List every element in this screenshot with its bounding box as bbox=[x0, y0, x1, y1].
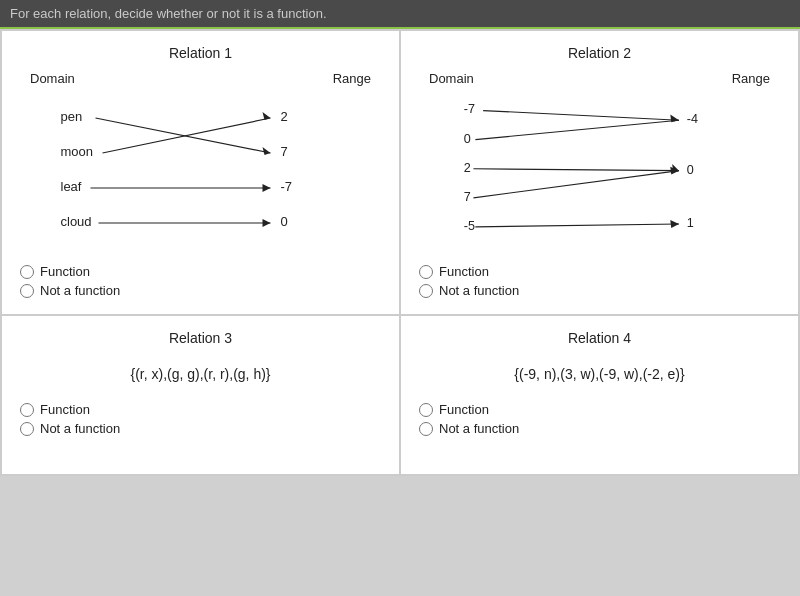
relation1-function-label: Function bbox=[40, 264, 90, 279]
relation2-notfunction-label: Not a function bbox=[439, 283, 519, 298]
svg-text:0: 0 bbox=[464, 132, 471, 146]
relation3-cell: Relation 3 {(r, x),(g, g),(r, r),(g, h)}… bbox=[1, 315, 400, 475]
relation4-notfunction-radio[interactable] bbox=[419, 422, 433, 436]
svg-line-31 bbox=[475, 224, 679, 227]
relation1-notfunction-radio[interactable] bbox=[20, 284, 34, 298]
svg-text:-5: -5 bbox=[464, 219, 475, 233]
relation2-notfunction-option[interactable]: Not a function bbox=[419, 283, 780, 298]
relation1-function-radio[interactable] bbox=[20, 265, 34, 279]
svg-text:moon: moon bbox=[61, 144, 94, 159]
svg-marker-15 bbox=[263, 219, 271, 227]
relation1-notfunction-option[interactable]: Not a function bbox=[20, 283, 381, 298]
relation4-cell: Relation 4 {(-9, n),(3, w),(-9, w),(-2, … bbox=[400, 315, 799, 475]
relation2-range-header: Range bbox=[732, 71, 770, 86]
svg-line-29 bbox=[473, 171, 679, 198]
relation2-domain-header: Domain bbox=[429, 71, 474, 86]
relation4-notfunction-option[interactable]: Not a function bbox=[419, 421, 780, 436]
main-content: Relation 1 Domain Range pen moon leaf cl… bbox=[0, 29, 800, 476]
relation4-function-radio[interactable] bbox=[419, 403, 433, 417]
relation1-function-option[interactable]: Function bbox=[20, 264, 381, 279]
relation4-notfunction-label: Not a function bbox=[439, 421, 519, 436]
relation1-radio-group: Function Not a function bbox=[20, 264, 381, 298]
svg-marker-13 bbox=[263, 184, 271, 192]
svg-text:-7: -7 bbox=[281, 179, 293, 194]
relation3-function-radio[interactable] bbox=[20, 403, 34, 417]
svg-text:-7: -7 bbox=[464, 102, 475, 116]
svg-text:0: 0 bbox=[281, 214, 288, 229]
relation3-title: Relation 3 bbox=[20, 330, 381, 346]
relation2-function-label: Function bbox=[439, 264, 489, 279]
svg-text:pen: pen bbox=[61, 109, 83, 124]
relation2-title: Relation 2 bbox=[419, 45, 780, 61]
relation1-domain-header: Domain bbox=[30, 71, 75, 86]
relation3-notfunction-option[interactable]: Not a function bbox=[20, 421, 381, 436]
relation4-function-label: Function bbox=[439, 402, 489, 417]
svg-text:2: 2 bbox=[281, 109, 288, 124]
relation2-cell: Relation 2 Domain Range -7 0 2 7 -5 - bbox=[400, 30, 799, 315]
svg-line-26 bbox=[475, 120, 679, 139]
relation4-content: {(-9, n),(3, w),(-9, w),(-2, e)} bbox=[419, 366, 780, 382]
relation1-notfunction-label: Not a function bbox=[40, 283, 120, 298]
instruction-text: For each relation, decide whether or not… bbox=[10, 6, 327, 21]
relation3-content: {(r, x),(g, g),(r, r),(g, h)} bbox=[20, 366, 381, 382]
svg-line-27 bbox=[473, 169, 679, 171]
relation2-notfunction-radio[interactable] bbox=[419, 284, 433, 298]
svg-text:0: 0 bbox=[687, 163, 694, 177]
svg-text:7: 7 bbox=[281, 144, 288, 159]
relation2-function-option[interactable]: Function bbox=[419, 264, 780, 279]
relation3-radio-group: Function Not a function bbox=[20, 402, 381, 436]
svg-text:cloud: cloud bbox=[61, 214, 92, 229]
relation3-notfunction-label: Not a function bbox=[40, 421, 120, 436]
relation1-range-header: Range bbox=[333, 71, 371, 86]
relation4-function-option[interactable]: Function bbox=[419, 402, 780, 417]
svg-text:-4: -4 bbox=[687, 112, 698, 126]
relation3-notfunction-radio[interactable] bbox=[20, 422, 34, 436]
relation2-radio-group: Function Not a function bbox=[419, 264, 780, 298]
relation3-function-option[interactable]: Function bbox=[20, 402, 381, 417]
relations-grid: Relation 1 Domain Range pen moon leaf cl… bbox=[0, 29, 800, 476]
svg-marker-9 bbox=[263, 147, 271, 155]
svg-line-24 bbox=[483, 111, 679, 121]
instruction-bar: For each relation, decide whether or not… bbox=[0, 0, 800, 29]
relation4-radio-group: Function Not a function bbox=[419, 402, 780, 436]
relation1-title: Relation 1 bbox=[20, 45, 381, 61]
svg-text:1: 1 bbox=[687, 216, 694, 230]
relation3-function-label: Function bbox=[40, 402, 90, 417]
relation4-title: Relation 4 bbox=[419, 330, 780, 346]
svg-text:7: 7 bbox=[464, 190, 471, 204]
svg-text:2: 2 bbox=[464, 161, 471, 175]
relation2-function-radio[interactable] bbox=[419, 265, 433, 279]
svg-marker-32 bbox=[670, 220, 679, 228]
relation1-cell: Relation 1 Domain Range pen moon leaf cl… bbox=[1, 30, 400, 315]
svg-text:leaf: leaf bbox=[61, 179, 82, 194]
